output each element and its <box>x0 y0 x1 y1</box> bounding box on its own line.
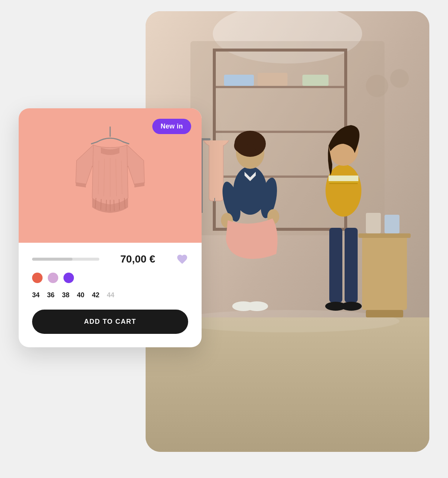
svg-rect-10 <box>224 75 254 86</box>
scene: New in <box>19 11 429 467</box>
color-row <box>32 273 188 283</box>
svg-rect-29 <box>329 228 342 302</box>
svg-point-20 <box>245 134 256 146</box>
svg-rect-37 <box>362 235 407 310</box>
svg-rect-41 <box>385 215 399 233</box>
svg-rect-8 <box>216 131 344 133</box>
product-info: 70,00 € 34 36 38 40 42 44 ADD T <box>19 243 202 347</box>
svg-point-42 <box>366 75 388 97</box>
size-42[interactable]: 42 <box>92 291 99 299</box>
product-image-area: New in <box>19 108 202 243</box>
heart-icon[interactable] <box>176 253 188 265</box>
svg-point-32 <box>341 302 362 311</box>
svg-point-34 <box>246 301 268 311</box>
color-swatch-lavender[interactable] <box>48 273 58 283</box>
new-in-badge: New in <box>152 119 191 134</box>
product-card: New in <box>19 108 202 347</box>
size-34[interactable]: 34 <box>32 291 40 299</box>
svg-rect-7 <box>216 86 344 88</box>
svg-rect-9 <box>216 176 344 178</box>
svg-rect-44 <box>329 183 358 184</box>
size-38[interactable]: 38 <box>62 291 69 299</box>
svg-rect-12 <box>302 75 329 86</box>
price-row: 70,00 € <box>32 253 188 265</box>
add-to-cart-button[interactable]: ADD TO CART <box>32 310 188 334</box>
sweater-image <box>65 123 155 228</box>
size-40[interactable]: 40 <box>77 291 84 299</box>
svg-rect-13 <box>202 138 203 213</box>
svg-rect-11 <box>258 73 287 86</box>
svg-rect-40 <box>366 213 381 233</box>
svg-rect-39 <box>366 310 403 317</box>
progress-bar <box>32 258 99 261</box>
color-swatch-purple[interactable] <box>63 273 74 283</box>
svg-point-43 <box>390 69 409 88</box>
svg-rect-28 <box>329 181 358 183</box>
progress-fill <box>32 258 72 261</box>
svg-rect-38 <box>358 233 411 238</box>
size-36[interactable]: 36 <box>47 291 55 299</box>
size-44[interactable]: 44 <box>107 291 114 299</box>
svg-rect-30 <box>345 228 358 302</box>
svg-line-50 <box>114 200 114 211</box>
svg-line-48 <box>106 200 106 211</box>
product-price: 70,00 € <box>120 253 155 265</box>
color-swatch-coral[interactable] <box>32 273 43 283</box>
svg-line-51 <box>119 199 119 210</box>
svg-line-47 <box>101 199 101 210</box>
size-row: 34 36 38 40 42 44 <box>32 291 188 299</box>
svg-rect-3 <box>213 49 347 52</box>
new-badge-label: New in <box>161 122 183 130</box>
